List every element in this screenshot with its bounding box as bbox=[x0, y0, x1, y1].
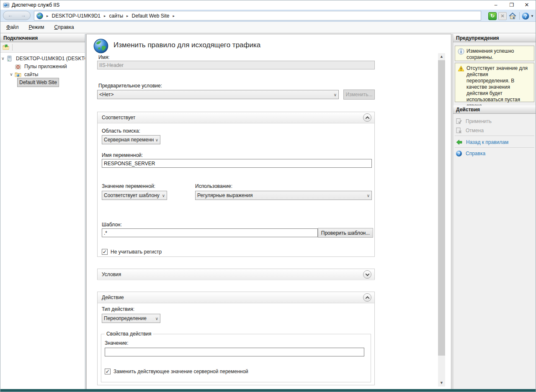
window-bottom-edge bbox=[0, 389, 536, 392]
menu-file-rest: айл bbox=[10, 24, 18, 30]
tree-item-default-web-site[interactable]: › Default Web Site bbox=[0, 78, 85, 86]
scope-select[interactable]: Серверная переменн ∨ bbox=[102, 135, 160, 144]
connections-toolbar bbox=[0, 42, 85, 53]
tree-label-sites: сайты bbox=[23, 71, 40, 78]
refresh-icon[interactable]: ↻ bbox=[488, 12, 497, 20]
match-section-header[interactable]: Соответствует bbox=[98, 112, 374, 123]
save-connection-icon[interactable] bbox=[3, 44, 9, 51]
warning-alert: Отсутствует значение для действия переоп… bbox=[455, 63, 534, 102]
collapse-button[interactable] bbox=[363, 113, 371, 122]
actions-separator bbox=[455, 147, 534, 148]
chevron-down-icon: ∨ bbox=[334, 92, 337, 97]
scrollbar-thumb[interactable] bbox=[438, 60, 445, 356]
connections-header: Подключения bbox=[0, 34, 85, 42]
action-section: Действие Тип действия: Переопределение ∨… bbox=[97, 292, 375, 385]
forward-icon[interactable]: → bbox=[21, 12, 26, 18]
minimize-button[interactable]: – bbox=[489, 0, 503, 10]
variable-value-select[interactable]: Соответствует шаблону ∨ bbox=[102, 191, 167, 200]
action-section-title: Действие bbox=[102, 295, 124, 300]
conditions-section-header[interactable]: Условия bbox=[98, 269, 374, 280]
menu-file[interactable]: Файл bbox=[2, 23, 23, 32]
breadcrumb-separator: ▸ bbox=[173, 14, 175, 18]
action-type-value: Переопределение bbox=[104, 315, 154, 321]
sites-folder-icon bbox=[15, 71, 21, 78]
action-value-input[interactable] bbox=[105, 348, 364, 356]
pattern-input[interactable] bbox=[102, 228, 318, 237]
chevron-up-icon bbox=[365, 116, 369, 120]
variable-name-input[interactable] bbox=[102, 159, 372, 168]
breadcrumb-site[interactable]: Default Web Site bbox=[132, 13, 170, 19]
ignore-case-label: Не учитывать регистр bbox=[111, 249, 162, 255]
precondition-select[interactable]: <Нет> ∨ bbox=[97, 90, 339, 99]
server-icon bbox=[6, 55, 13, 62]
breadcrumb-separator: ▸ bbox=[104, 14, 106, 18]
iis-manager-window: Диспетчер служб IIS – ❐ ✕ ← → ▸ DESKTOP-… bbox=[0, 0, 536, 392]
tree-item-app-pools[interactable]: Пулы приложений bbox=[0, 62, 85, 70]
breadcrumb[interactable]: ▸ DESKTOP-U1MK9D1 ▸ сайты ▸ Default Web … bbox=[34, 11, 481, 20]
chevron-down-icon: ∨ bbox=[367, 193, 370, 198]
menu-help-accel: С bbox=[54, 24, 58, 30]
scroll-down-icon[interactable]: ▼ bbox=[438, 379, 445, 387]
action-properties-title: Свойства действия bbox=[105, 331, 153, 337]
tree-item-sites[interactable]: ∨ сайты bbox=[0, 70, 85, 78]
toolbar-divider bbox=[519, 12, 520, 20]
help-dropdown-caret[interactable]: ▼ bbox=[531, 14, 534, 18]
globe-icon bbox=[36, 13, 43, 19]
info-alert: Изменения успешно сохранены. bbox=[455, 46, 534, 61]
using-select[interactable]: Регулярные выражения ∨ bbox=[195, 191, 372, 200]
name-label: Имя: bbox=[98, 54, 110, 60]
action-type-select[interactable]: Переопределение ∨ bbox=[102, 314, 160, 323]
menu-view-accel: Р bbox=[29, 24, 32, 30]
collapse-button[interactable] bbox=[363, 293, 371, 302]
scroll-up-icon[interactable]: ▲ bbox=[438, 53, 445, 60]
cancel-label: Отмена bbox=[466, 128, 484, 133]
apply-label: Применить bbox=[466, 118, 492, 124]
connections-panel: Подключения ∨ DESKTOP-U1MK9 bbox=[0, 34, 85, 389]
replace-value-checkbox[interactable]: ✓ bbox=[105, 369, 111, 374]
name-input bbox=[97, 61, 375, 69]
help-icon[interactable]: ? bbox=[521, 12, 530, 20]
expand-button[interactable] bbox=[363, 270, 371, 279]
help-circle-icon: ? bbox=[456, 150, 462, 157]
scope-label: Область поиска: bbox=[102, 128, 140, 134]
alerts-header: Предупреждения bbox=[453, 34, 536, 42]
toolbar-separator bbox=[12, 44, 13, 51]
cancel-icon bbox=[456, 127, 462, 134]
restore-button[interactable]: ❐ bbox=[505, 0, 519, 10]
app-pools-icon bbox=[15, 63, 21, 70]
menu-bar: Файл Режим Справка bbox=[0, 22, 536, 33]
body: Подключения ∨ DESKTOP-U1MK9 bbox=[0, 33, 536, 389]
action-value-label: Значение: bbox=[105, 340, 129, 346]
stop-icon: ✕ bbox=[498, 12, 507, 20]
info-icon bbox=[457, 48, 465, 55]
test-pattern-button[interactable]: Проверить шаблон... bbox=[318, 228, 373, 238]
vertical-scrollbar[interactable]: ▲ ▼ bbox=[438, 53, 445, 387]
help-label: Справка bbox=[466, 151, 485, 156]
chevron-up-icon bbox=[365, 296, 369, 300]
warning-alert-text: Отсутствует значение для действия переоп… bbox=[466, 65, 532, 100]
close-button[interactable]: ✕ bbox=[520, 0, 534, 10]
pattern-label: Шаблон: bbox=[102, 222, 122, 228]
tree-item-server[interactable]: ∨ DESKTOP-U1MK9D1 (DESKTOP bbox=[0, 54, 85, 62]
using-label: Использование: bbox=[195, 183, 232, 189]
back-to-rules-link[interactable]: Назад к правилам bbox=[456, 138, 508, 146]
variable-value-value: Соответствует шаблону bbox=[104, 192, 160, 198]
cancel-action: Отмена bbox=[456, 126, 484, 135]
edit-precondition-button: Изменить... bbox=[343, 90, 375, 100]
expand-icon[interactable]: ∨ bbox=[0, 56, 5, 61]
breadcrumb-sites[interactable]: сайты bbox=[109, 13, 124, 19]
tree-label-default-web-site: Default Web Site bbox=[17, 78, 59, 86]
expand-icon[interactable]: ∨ bbox=[9, 72, 14, 77]
apply-action: Применить bbox=[456, 117, 492, 126]
menu-help[interactable]: Справка bbox=[50, 23, 78, 32]
breadcrumb-server[interactable]: DESKTOP-U1MK9D1 bbox=[52, 13, 100, 19]
actions-separator bbox=[455, 136, 534, 136]
help-link[interactable]: ? Справка bbox=[456, 149, 485, 158]
action-section-header[interactable]: Действие bbox=[98, 292, 374, 303]
menu-view[interactable]: Режим bbox=[25, 23, 49, 32]
back-arrow-icon bbox=[456, 139, 463, 146]
home-icon[interactable] bbox=[508, 12, 517, 20]
menu-view-rest: ежим bbox=[32, 24, 44, 30]
ignore-case-checkbox[interactable]: ✓ bbox=[102, 249, 108, 255]
back-icon[interactable]: ← bbox=[8, 12, 13, 18]
